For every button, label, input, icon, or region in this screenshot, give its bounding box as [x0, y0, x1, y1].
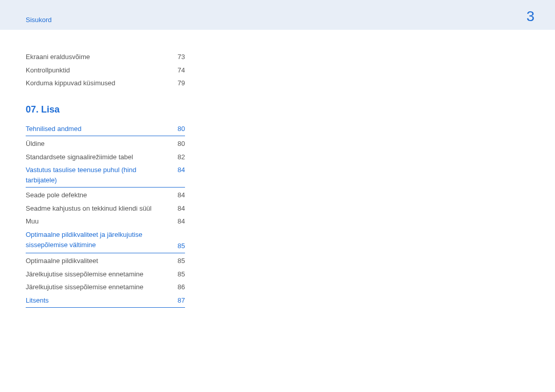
toc-item-label: Optimaalne pildikvaliteet: [26, 256, 170, 266]
toc-item-page: 73: [170, 52, 185, 62]
page-number: 3: [526, 8, 534, 25]
toc-item-label: Üldine: [26, 139, 170, 149]
section-title: 07. Lisa: [26, 104, 185, 115]
toc-section-page: 84: [170, 165, 185, 175]
toc-item[interactable]: Korduma kippuvad küsimused 79: [26, 77, 185, 90]
toc-item-page: 86: [170, 282, 185, 292]
toc-section-heading[interactable]: Tehnilised andmed 80: [26, 122, 185, 137]
toc-item[interactable]: Ekraani eraldusvõime 73: [26, 50, 185, 64]
toc-item[interactable]: Seade pole defektne 84: [26, 189, 185, 202]
toc-item[interactable]: Üldine 80: [26, 137, 185, 151]
toc-column: Ekraani eraldusvõime 73 Kontrollpunktid …: [26, 50, 185, 308]
toc-item-page: 79: [170, 78, 185, 88]
toc-section-label: Vastutus tasulise teenuse puhul (hind ta…: [26, 165, 170, 185]
toc-item[interactable]: Optimaalne pildikvaliteet 85: [26, 254, 185, 268]
toc-item-page: 85: [170, 269, 185, 279]
header-bar: Sisukord 3: [0, 0, 555, 30]
toc-item-label: Ekraani eraldusvõime: [26, 52, 170, 62]
toc-item[interactable]: Järelkujutise sissepõlemise ennetamine 8…: [26, 281, 185, 294]
toc-section-heading[interactable]: Vastutus tasulise teenuse puhul (hind ta…: [26, 163, 185, 188]
toc-item-label: Standardsete signaalirežiimide tabel: [26, 152, 170, 162]
toc-item[interactable]: Järelkujutise sissepõlemise ennetamine 8…: [26, 268, 185, 281]
toc-item-label: Korduma kippuvad küsimused: [26, 78, 170, 88]
content-area: Ekraani eraldusvõime 73 Kontrollpunktid …: [0, 30, 555, 329]
toc-item-page: 74: [170, 65, 185, 76]
toc-section-page: 80: [170, 124, 185, 134]
toc-item-label: Muu: [26, 216, 170, 227]
toc-item-page: 84: [170, 203, 185, 214]
toc-section-heading[interactable]: Optimaalne pildikvaliteet ja järelkujuti…: [26, 228, 185, 254]
toc-section-page: 85: [170, 241, 185, 251]
toc-section-page: 87: [170, 295, 185, 306]
toc-item[interactable]: Muu 84: [26, 215, 185, 228]
toc-item-label: Järelkujutise sissepõlemise ennetamine: [26, 282, 170, 292]
toc-item-page: 82: [170, 152, 185, 162]
toc-item-label: Kontrollpunktid: [26, 65, 170, 76]
toc-section-label: Litsents: [26, 295, 170, 306]
toc-section-label: Optimaalne pildikvaliteet ja järelkujuti…: [26, 230, 170, 251]
toc-item-page: 84: [170, 216, 185, 227]
toc-item-page: 84: [170, 190, 185, 200]
toc-section-heading[interactable]: Litsents 87: [26, 294, 185, 308]
toc-item-label: Seade pole defektne: [26, 190, 170, 200]
toc-item[interactable]: Kontrollpunktid 74: [26, 64, 185, 77]
toc-item-page: 85: [170, 256, 185, 266]
toc-item[interactable]: Standardsete signaalirežiimide tabel 82: [26, 151, 185, 164]
breadcrumb[interactable]: Sisukord: [26, 16, 52, 25]
toc-item[interactable]: Seadme kahjustus on tekkinud kliendi süü…: [26, 202, 185, 215]
toc-item-label: Seadme kahjustus on tekkinud kliendi süü…: [26, 203, 170, 214]
toc-item-page: 80: [170, 139, 185, 149]
toc-item-label: Järelkujutise sissepõlemise ennetamine: [26, 269, 170, 279]
toc-section-label: Tehnilised andmed: [26, 124, 170, 134]
